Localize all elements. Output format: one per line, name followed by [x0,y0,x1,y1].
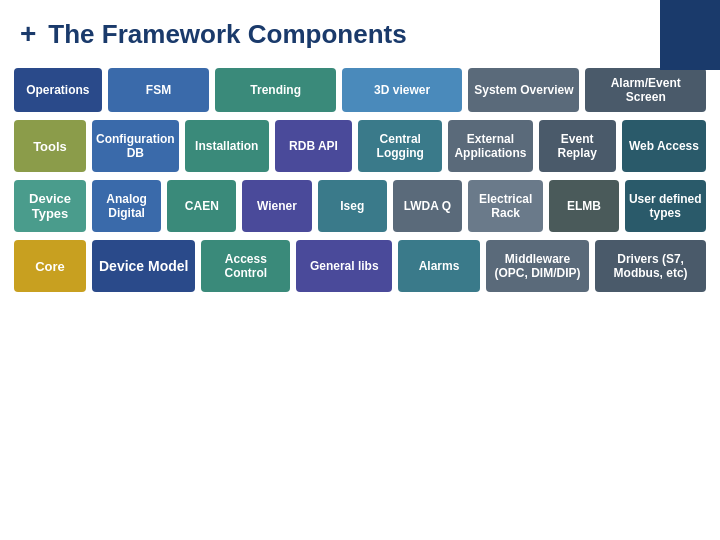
cell-middleware: Middleware (OPC, DIM/DIP) [486,240,589,292]
operations-row: Operations FSM Trending 3D viewer System… [14,68,706,112]
page: + The Framework Components Operations FS… [0,0,720,540]
cell-external-applications: External Applications [448,120,532,172]
device-types-label: Device Types [14,180,86,232]
device-types-row: Device Types Analog Digital CAEN Wiener … [14,180,706,232]
plus-icon: + [20,18,36,50]
cell-wiener: Wiener [242,180,311,232]
cell-device-model: Device Model [92,240,195,292]
tools-label: Tools [14,120,86,172]
cell-general-libs: General libs [296,240,392,292]
cell-web-access: Web Access [622,120,706,172]
cell-elmb: ELMB [549,180,618,232]
cell-fsm: FSM [108,68,210,112]
tools-row: Tools Configuration DB Installation RDB … [14,120,706,172]
cell-iseg: Iseg [318,180,387,232]
cell-central-logging: Central Logging [358,120,442,172]
cell-caen: CAEN [167,180,236,232]
cell-system-overview: System Overview [468,68,579,112]
cell-user-defined: User defined types [625,180,706,232]
core-row: Core Device Model Access Control General… [14,240,706,292]
core-label: Core [14,240,86,292]
page-title: The Framework Components [48,19,406,50]
cell-event-replay: Event Replay [539,120,616,172]
title-area: + The Framework Components [0,0,720,60]
cell-drivers: Drivers (S7, Modbus, etc) [595,240,706,292]
cell-analog-digital: Analog Digital [92,180,161,232]
cell-alarms: Alarms [398,240,479,292]
cell-rdb-api: RDB API [275,120,352,172]
cell-electrical-rack: Electrical Rack [468,180,543,232]
decorative-block [660,0,720,70]
cell-3d-viewer: 3D viewer [342,68,462,112]
cell-installation: Installation [185,120,269,172]
cell-config-db: Configuration DB [92,120,179,172]
grid: Operations FSM Trending 3D viewer System… [0,60,720,300]
cell-lwdq: LWDA Q [393,180,462,232]
cell-trending: Trending [215,68,335,112]
cell-alarm-event-screen: Alarm/Event Screen [585,68,705,112]
cell-access-control: Access Control [201,240,290,292]
cell-operations: Operations [14,68,102,112]
